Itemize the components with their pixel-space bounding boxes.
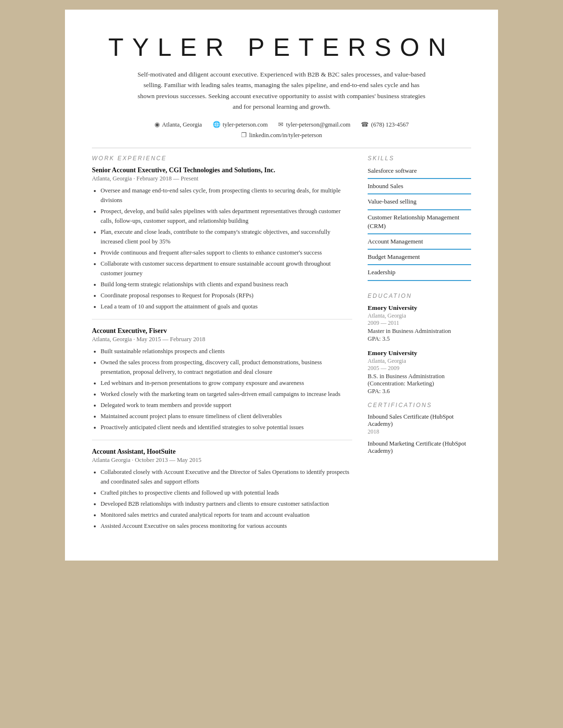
cert-name: Inbound Marketing Certificate (HubSpot A… (368, 440, 471, 455)
edu-gpa: GPA: 3.5 (368, 335, 471, 343)
edu-location: Atlanta, Georgia (368, 358, 471, 365)
job-1-bullets: Oversee and manage end-to-end sales cycl… (92, 186, 352, 311)
location-text: Atlanta, Georgia (162, 121, 202, 128)
edu-school: Emory University (368, 349, 471, 357)
job-2-title: Account Executive, Fiserv (92, 327, 352, 335)
work-experience-title: WORK EXPERIENCE (92, 155, 352, 162)
cert-name: Inbound Sales Certificate (HubSpot Acade… (368, 413, 471, 428)
job-separator-2 (92, 440, 352, 440)
certification-item: Inbound Sales Certificate (HubSpot Acade… (368, 413, 471, 435)
skill-item: Inbound Sales (368, 182, 471, 194)
contact-row: ◉ Atlanta, Georgia 🌐 tyler-peterson.com … (92, 121, 471, 128)
contact-phone: ☎ (678) 123-4567 (361, 121, 409, 128)
bullet-item: Delegated work to team members and provi… (101, 400, 352, 410)
bullet-item: Plan, execute and close leads, contribut… (101, 227, 352, 246)
contact-location: ◉ Atlanta, Georgia (154, 121, 202, 128)
job-2-meta: Atlanta, Georgia · May 2015 — February 2… (92, 336, 352, 343)
header-section: TYLER PETERSON Self-motivated and dilige… (92, 33, 471, 139)
bullet-item: Collaborate with customer success depart… (101, 259, 352, 278)
edu-school: Emory University (368, 304, 471, 312)
job-1-meta: Atlanta, Georgia · February 2018 — Prese… (92, 175, 352, 182)
bullet-item: Developed B2B relationships with industr… (101, 499, 352, 509)
bullet-item: Collaborated closely with Account Execut… (101, 467, 352, 486)
bullet-item: Owned the sales process from prospecting… (101, 358, 352, 377)
candidate-name: TYLER PETERSON (92, 33, 471, 62)
bullet-item: Monitored sales metrics and curated anal… (101, 510, 352, 520)
bullet-item: Proactively anticipated client needs and… (101, 422, 352, 432)
bullet-item: Crafted pitches to prospective clients a… (101, 488, 352, 498)
bullet-item: Coordinate proposal responses to Request… (101, 291, 352, 300)
skill-item: Account Management (368, 237, 471, 250)
contact-website: 🌐 tyler-peterson.com (213, 121, 268, 128)
education-item: Emory University Atlanta, Georgia 2009 —… (368, 304, 471, 343)
phone-text: (678) 123-4567 (371, 121, 409, 128)
candidate-summary: Self-motivated and diligent account exec… (137, 69, 426, 112)
education-container: Emory University Atlanta, Georgia 2009 —… (368, 304, 471, 395)
bullet-item: Lead a team of 10 and support the attain… (101, 302, 352, 311)
edu-gpa: GPA: 3.6 (368, 388, 471, 395)
certifications-title: CERTIFICATIONS (368, 402, 471, 409)
bullet-item: Maintained account project plans to ensu… (101, 411, 352, 421)
edu-years: 2005 — 2009 (368, 365, 471, 372)
skill-item: Salesforce software (368, 166, 471, 179)
left-column: WORK EXPERIENCE Senior Account Executive… (92, 155, 352, 537)
certification-item: Inbound Marketing Certificate (HubSpot A… (368, 440, 471, 455)
main-layout: WORK EXPERIENCE Senior Account Executive… (92, 155, 471, 537)
email-text: tyler-peterson@gmail.com (286, 121, 350, 128)
edu-degree: Master in Business Administration (368, 328, 471, 335)
job-2-bullets: Built sustainable relationships prospect… (92, 346, 352, 432)
phone-icon: ☎ (361, 121, 369, 128)
edu-degree: B.S. in Business Administration (Concent… (368, 373, 471, 387)
website-text: tyler-peterson.com (223, 121, 268, 128)
linkedin-row: ❐ linkedin.com/in/tyler-peterson (92, 131, 471, 139)
resume-page: TYLER PETERSON Self-motivated and dilige… (65, 10, 498, 561)
linkedin-icon: ❐ (241, 131, 247, 139)
job-3-meta: Atlanta Georgia · October 2013 — May 201… (92, 457, 352, 464)
linkedin-text: linkedin.com/in/tyler-peterson (249, 132, 322, 139)
skills-container: Salesforce softwareInbound SalesValue-ba… (368, 166, 471, 281)
right-column: SKILLS Salesforce softwareInbound SalesV… (368, 155, 471, 537)
edu-years: 2009 — 2011 (368, 319, 471, 327)
edu-location: Atlanta, Georgia (368, 312, 471, 319)
bullet-item: Worked closely with the marketing team o… (101, 389, 352, 399)
job-2: Account Executive, Fiserv Atlanta, Georg… (92, 327, 352, 432)
bullet-item: Build long-term strategic relationships … (101, 280, 352, 289)
education-title: EDUCATION (368, 293, 471, 299)
web-icon: 🌐 (213, 121, 220, 128)
bullet-item: Prospect, develop, and build sales pipel… (101, 206, 352, 226)
job-3: Account Assistant, HootSuite Atlanta Geo… (92, 448, 352, 531)
skill-item: Budget Management (368, 253, 471, 265)
job-3-bullets: Collaborated closely with Account Execut… (92, 467, 352, 531)
skill-item: Customer Relationship Management (CRM) (368, 213, 471, 234)
bullet-item: Provide continuous and frequent after-sa… (101, 248, 352, 257)
contact-email: ✉ tyler-peterson@gmail.com (278, 121, 350, 128)
bullet-item: Built sustainable relationships prospect… (101, 346, 352, 356)
skills-title: SKILLS (368, 155, 471, 162)
job-separator-1 (92, 319, 352, 319)
bullet-item: Oversee and manage end-to-end sales cycl… (101, 186, 352, 205)
email-icon: ✉ (278, 121, 283, 128)
certifications-container: Inbound Sales Certificate (HubSpot Acade… (368, 413, 471, 455)
job-1-title: Senior Account Executive, CGI Technologi… (92, 166, 352, 174)
bullet-item: Assisted Account Executive on sales proc… (101, 521, 352, 531)
skill-item: Value-based selling (368, 197, 471, 210)
location-icon: ◉ (154, 121, 160, 128)
cert-year: 2018 (368, 428, 471, 435)
job-3-title: Account Assistant, HootSuite (92, 448, 352, 456)
bullet-item: Led webinars and in-person presentations… (101, 378, 352, 388)
job-1: Senior Account Executive, CGI Technologi… (92, 166, 352, 311)
education-item: Emory University Atlanta, Georgia 2005 —… (368, 349, 471, 395)
header-divider (92, 148, 471, 148)
skill-item: Leadership (368, 268, 471, 281)
